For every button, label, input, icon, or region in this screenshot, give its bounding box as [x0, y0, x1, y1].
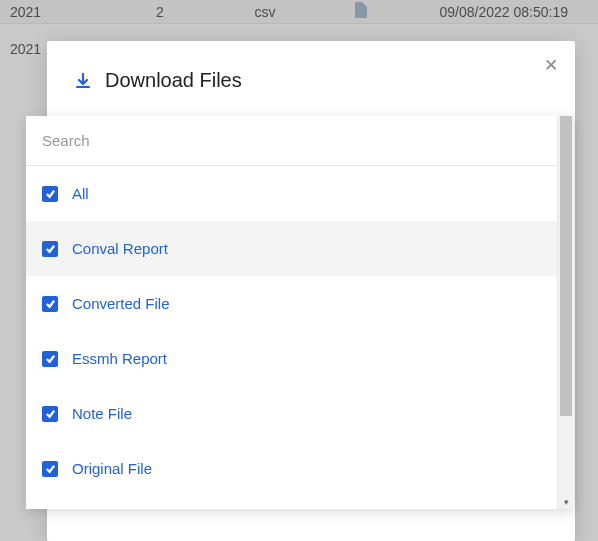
modal-title: Download Files	[105, 69, 242, 92]
checkbox-icon	[42, 296, 58, 312]
option-essmh-report[interactable]: Essmh Report	[26, 331, 557, 386]
option-label: Note File	[72, 405, 132, 422]
search-input[interactable]	[26, 116, 557, 166]
checkbox-icon	[42, 351, 58, 367]
option-label: All	[72, 185, 89, 202]
checkbox-icon	[42, 241, 58, 257]
option-label: Essmh Report	[72, 350, 167, 367]
dropdown-content: All Conval Report Converted File Essmh R…	[26, 116, 557, 509]
download-icon	[75, 73, 91, 89]
option-label: Original File	[72, 460, 152, 477]
checkbox-icon	[42, 406, 58, 422]
checkbox-icon	[42, 186, 58, 202]
option-label: Converted File	[72, 295, 170, 312]
option-label: Conval Report	[72, 240, 168, 257]
scrollbar-down-arrow[interactable]: ▾	[558, 495, 574, 509]
modal-header: Download Files ✕	[47, 41, 575, 102]
checkbox-icon	[42, 461, 58, 477]
option-note-file[interactable]: Note File	[26, 386, 557, 441]
option-all[interactable]: All	[26, 166, 557, 221]
close-button[interactable]: ✕	[539, 53, 563, 77]
option-conval-report[interactable]: Conval Report	[26, 221, 557, 276]
option-converted-file[interactable]: Converted File	[26, 276, 557, 331]
scrollbar-thumb[interactable]	[560, 116, 572, 416]
file-type-dropdown: All Conval Report Converted File Essmh R…	[26, 116, 574, 509]
scrollbar[interactable]: ▾	[557, 116, 574, 509]
option-original-file[interactable]: Original File	[26, 441, 557, 496]
options-list: All Conval Report Converted File Essmh R…	[26, 166, 557, 509]
